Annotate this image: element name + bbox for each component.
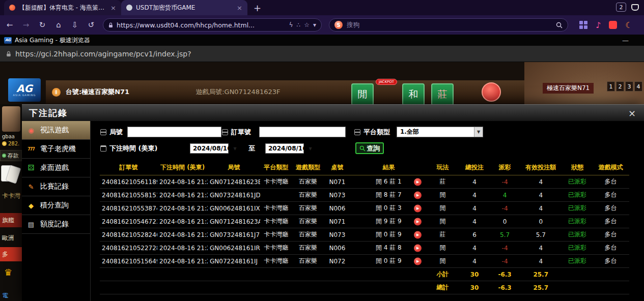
lightning-icon[interactable]: ϟ — [289, 21, 293, 28]
sidebar-item-match-records[interactable]: ✎ 比賽記錄 — [22, 177, 90, 196]
cell-play: 閒 — [427, 202, 459, 215]
cell-status: 已派彩 — [563, 175, 593, 189]
table-tab-2[interactable]: 2 — [616, 81, 624, 92]
cell-platform — [260, 189, 292, 202]
app-shortcut-icon[interactable] — [609, 21, 617, 29]
round-input[interactable] — [127, 127, 221, 137]
replay-icon[interactable]: ▶ — [414, 204, 422, 212]
tab-count-badge[interactable]: 2 — [616, 3, 626, 12]
bet-area-player[interactable]: 閒 — [351, 83, 374, 106]
cell-table_no: N071 — [324, 215, 351, 228]
close-icon[interactable]: × — [628, 108, 636, 118]
bet-time-label: 下注時間 (美東) — [109, 144, 157, 153]
cell-total_bet: 4 — [459, 189, 491, 202]
hall-item[interactable]: 多 — [0, 247, 22, 261]
skin-theme-icon[interactable] — [631, 4, 639, 11]
bookmark-star-icon[interactable]: ☆ — [304, 21, 310, 28]
new-tab-button[interactable]: + — [254, 3, 261, 13]
cell-play: 閒 — [427, 189, 459, 202]
info-icon[interactable]: i — [52, 88, 61, 97]
date-to-picker[interactable]: 2024/08/16 ▼ — [265, 143, 304, 154]
app-url-text[interactable]: https://gci.2hhapi.com/agingame/pcv1/ind… — [15, 50, 191, 58]
replay-icon[interactable]: ▶ — [414, 244, 422, 252]
tab-close-icon[interactable]: × — [110, 4, 116, 12]
right-table-title: 極速百家樂N71 — [543, 83, 594, 94]
cell-platform: 卡卡灣廳 — [260, 255, 292, 268]
download-icon[interactable]: ⇩ — [70, 20, 79, 29]
avatar — [2, 106, 20, 132]
refresh-icon[interactable]: ↻ — [38, 20, 47, 29]
table-tab-1[interactable]: 1 — [607, 81, 615, 92]
cell-round: GN0712481623E — [208, 175, 260, 189]
address-bar[interactable]: https://www.usdt04.com/hhcp/home.html...… — [103, 18, 322, 32]
replay-icon[interactable]: ▶ — [414, 231, 422, 238]
share-icon[interactable]: ∴ — [297, 21, 301, 28]
table-tab-4[interactable]: 4 — [634, 81, 642, 92]
order-input[interactable] — [259, 127, 346, 137]
home-icon[interactable]: ⌂ — [54, 20, 63, 29]
sidebar-item-points-query[interactable]: ◆ 積分查詢 — [22, 196, 90, 215]
column-header: 玩法 — [427, 161, 459, 175]
replay-icon[interactable]: ▶ — [414, 178, 422, 186]
table-tab-3[interactable]: 3 — [625, 81, 633, 92]
cell-play: 莊 — [427, 228, 459, 242]
search-bar[interactable]: S 搜狗 — [329, 18, 568, 32]
replay-icon[interactable]: ▶ — [414, 218, 422, 225]
minimize-icon[interactable]: — — [622, 37, 629, 44]
sidebar-item-table-games[interactable]: ⚄ 桌面遊戲 — [22, 159, 90, 177]
sidebar-item-video-games[interactable]: ◉ 視訊遊戲 — [22, 121, 90, 140]
search-icon[interactable] — [556, 22, 563, 28]
cell-result: 閒 8 莊 7▶ — [351, 189, 427, 202]
dropdown-arrow-icon: ▼ — [234, 146, 237, 151]
bet-area-tie[interactable]: 和 — [402, 83, 425, 106]
date-from-picker[interactable]: 2024/08/16 ▼ — [190, 143, 229, 154]
hall-item[interactable]: 旗艦 — [0, 213, 22, 227]
search-placeholder[interactable]: 搜狗 — [347, 21, 552, 29]
search-button[interactable]: 查詢 — [355, 142, 384, 154]
column-header: 平台類型 — [260, 161, 292, 175]
chevron-down-icon[interactable]: ▾ — [313, 21, 316, 28]
replay-icon[interactable]: ▶ — [414, 257, 422, 265]
sidebar-item-credit-records[interactable]: ▤ 額度記錄 — [22, 215, 90, 234]
night-mode-icon[interactable]: ☾ — [625, 20, 632, 30]
browser-tab-2[interactable]: USDT加密货币GAME × — [121, 0, 247, 15]
trophy-icon[interactable]: ♛ — [4, 267, 12, 278]
hall-item[interactable]: 卡卡灣 — [0, 189, 22, 203]
history-icon[interactable]: ↺ — [87, 20, 96, 29]
cell-payout: 5.7 — [490, 228, 519, 242]
tab-close-icon[interactable]: × — [237, 4, 242, 12]
forward-icon[interactable]: → — [21, 20, 31, 29]
replay-icon[interactable]: ▶ — [414, 191, 422, 199]
browser-tab-1[interactable]: 【新提醒】体育电竞 - 海燕策略... × — [4, 0, 121, 15]
cell-game: 百家樂 — [292, 215, 324, 228]
back-icon[interactable]: ← — [5, 20, 14, 29]
hall-item[interactable]: 歐洲 — [0, 231, 22, 245]
app-address-bar: https://gci.2hhapi.com/agingame/pcv1/ind… — [0, 46, 644, 62]
hall-item[interactable]: 電 — [0, 288, 22, 301]
cell-round: GN072248161IJ — [208, 255, 260, 268]
cell-table_no: N071 — [324, 175, 351, 189]
cell-payout: -4 — [490, 175, 519, 189]
cell-result: 閒 6 莊 1▶ — [351, 175, 427, 189]
column-header: 派彩 — [490, 161, 519, 175]
table-row: 2408162105467232024-08-16 21:27:05GN0712… — [100, 215, 629, 228]
table-row: 2408162105538742024-08-16 21:27:54GN0062… — [100, 202, 629, 215]
music-icon[interactable]: ♪ — [596, 20, 601, 30]
sidebar-item-slots[interactable]: 777 電子老虎機 — [22, 140, 90, 159]
bet-table-header-row: 訂單號下注時間 (美東)局號平台類型遊戲類型桌號結果玩法總投注派彩有效投注額狀態… — [100, 161, 629, 175]
url-text[interactable]: https://www.usdt04.com/hhcp/home.html... — [117, 21, 286, 29]
modal-title: 下注記錄 — [29, 107, 68, 119]
bet-table-body: 2408162105611892024-08-16 21:28:46GN0712… — [100, 175, 629, 294]
platform-select[interactable]: 1.全部 ▼ — [397, 127, 483, 137]
cell-status: 已派彩 — [563, 215, 593, 228]
cell-result: 閒 0 莊 9▶ — [351, 228, 427, 242]
cell-round: GN006248161IX — [208, 202, 260, 215]
bet-area-banker[interactable]: 莊 — [431, 83, 454, 106]
subtotal-row: 小計30-6.325.7 — [100, 268, 629, 281]
deposit-button[interactable]: 存款 — [0, 150, 22, 161]
apps-grid-icon[interactable] — [579, 21, 587, 29]
cell-play: 閒 — [427, 255, 459, 268]
cell-play: 閒 — [427, 242, 459, 255]
total-row: 總計30-6.325.7 — [100, 281, 629, 294]
cell-valid_bet: 4 — [519, 202, 563, 215]
